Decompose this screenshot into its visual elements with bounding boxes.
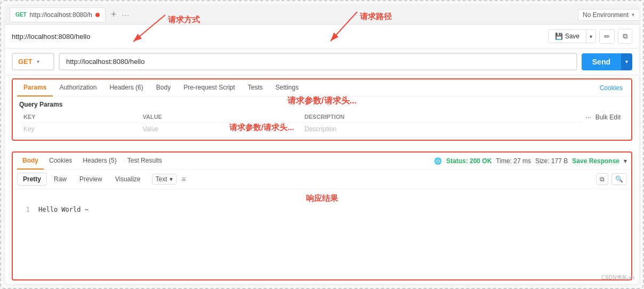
method-text: GET [18,58,33,66]
send-button-group: Send ▾ [582,53,632,70]
resp-tab-cookies[interactable]: Cookies [44,152,77,170]
url-display-bar: http://localhost:8080/hello 💾 Save ▾ ✏ ⧉ [5,25,639,49]
annotation-request-params: 请求参数/请求头... [287,95,357,107]
view-tab-visualize[interactable]: Visualize [109,173,147,186]
current-url-display: http://localhost:8080/hello [12,33,90,41]
tab-settings[interactable]: Settings [269,79,305,97]
resp-tab-test-results[interactable]: Test Results [122,152,167,170]
bulk-edit-more-icon: ··· [586,114,591,121]
tab-pre-request-script[interactable]: Pre-request Script [177,79,241,97]
annotation-response-result: 响应结果 [306,194,338,203]
save-response-button[interactable]: Save Response [572,157,619,165]
response-body: 响应结果 1 Hello World ~ [13,189,631,279]
url-input[interactable] [59,53,577,70]
copy-response-button[interactable]: ⧉ [596,173,608,185]
time-text: Time: 27 ms [496,157,531,165]
response-actions: ⧉ 🔍 [596,173,627,185]
format-select[interactable]: Text ▾ [152,174,176,184]
line-number: 1 [21,206,30,213]
response-line: 1 Hello World ~ [21,206,623,213]
value-cell: Value [138,123,300,136]
response-tabs-row: Body Cookies Headers (5) Test Results 🌐 … [13,152,631,170]
send-button[interactable]: Send [582,53,621,70]
add-tab-button[interactable]: + [109,9,119,20]
copy-button[interactable]: ⧉ [618,29,632,44]
query-params-section: Query Params 请求参数/请求头... KEY VALUE DESCR… [13,97,631,140]
key-cell: Key [19,123,138,136]
bulk-edit-label: Bulk Edit [595,114,621,121]
spacer [5,143,639,147]
format-chevron-icon: ▾ [170,175,173,183]
save-button[interactable]: 💾 Save [549,30,586,43]
main-content: Params Authorization Headers (6) Body Pr… [5,75,639,284]
tab-tests[interactable]: Tests [241,79,269,97]
edit-button[interactable]: ✏ [599,29,615,44]
method-selector[interactable]: GET ▾ [12,53,54,70]
params-table: KEY VALUE DESCRIPTION Key Value Descript… [19,111,582,135]
globe-icon: 🌐 [434,157,442,165]
tab-method-badge: GET [15,12,27,18]
view-tab-raw[interactable]: Raw [48,173,73,186]
request-input-row: GET ▾ Send ▾ [5,49,639,75]
watermark: CSDN博客-yh [601,274,634,282]
size-text: Size: 177 B [535,157,568,165]
tab-headers[interactable]: Headers (6) [103,79,149,97]
format-text: Text [156,175,167,183]
status-text: Status: 200 OK [446,157,492,165]
tab-params[interactable]: Params [17,79,53,97]
environment-select[interactable]: No Environment [578,9,639,21]
tab-url: http://localhost:8080/h [30,11,92,19]
request-tabs: Params Authorization Headers (6) Body Pr… [13,79,631,97]
col-description: DESCRIPTION [300,111,582,123]
format-lines-icon[interactable]: ≡ [182,175,186,183]
method-chevron-icon: ▾ [37,59,39,65]
save-response-chevron: ▾ [624,157,627,165]
response-section: Body Cookies Headers (5) Test Results 🌐 … [12,151,632,280]
resp-tab-body[interactable]: Body [17,152,44,170]
cookies-link[interactable]: Cookies [595,80,627,96]
table-row[interactable]: Key Value Description [19,123,582,136]
bulk-edit-area[interactable]: ··· Bulk Edit [582,111,625,123]
request-tabs-section: Params Authorization Headers (6) Body Pr… [12,78,632,141]
col-value: VALUE [138,111,300,123]
response-meta: 🌐 Status: 200 OK Time: 27 ms Size: 177 B… [434,157,627,165]
col-key: KEY [19,111,138,123]
environment-chevron-icon: ▾ [632,12,634,18]
view-tab-preview[interactable]: Preview [74,173,108,186]
request-tab[interactable]: GET http://localhost:8080/h [10,7,106,22]
save-label: Save [565,33,579,40]
view-tab-pretty[interactable]: Pretty [17,173,47,186]
save-icon: 💾 [555,33,563,40]
tab-modified-dot [95,13,100,17]
response-view-tabs: Pretty Raw Preview Visualize Text ▾ ≡ ⧉ … [13,170,631,189]
save-button-group: 💾 Save ▾ [548,29,596,43]
description-cell: Description [300,123,582,136]
tab-authorization[interactable]: Authorization [53,79,103,97]
more-tabs-button[interactable]: ··· [122,11,130,19]
top-bar: GET http://localhost:8080/h + ··· No Env… [5,5,639,25]
line-content: Hello World ~ [38,206,88,213]
save-chevron-button[interactable]: ▾ [586,31,595,42]
resp-tab-headers[interactable]: Headers (5) [77,152,122,170]
search-response-button[interactable]: 🔍 [611,173,627,185]
tab-body[interactable]: Body [150,79,177,97]
send-chevron-button[interactable]: ▾ [621,53,632,70]
